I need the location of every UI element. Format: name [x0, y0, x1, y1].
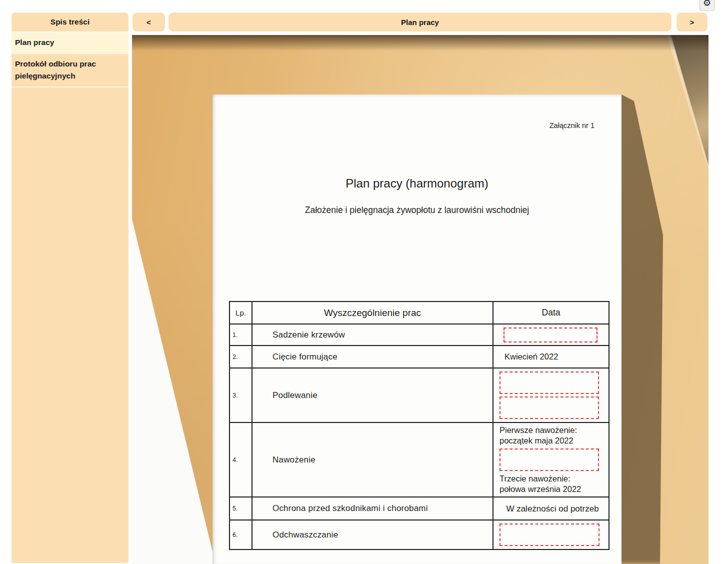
- date-cell: [493, 520, 609, 550]
- task-name: Nawożenie: [252, 422, 493, 497]
- table-row: 2.Cięcie formująceKwiecień 2022: [230, 346, 609, 368]
- date-text: Trzecie nawożenie: połowa września 2022: [500, 474, 606, 494]
- answer-placeholder-box[interactable]: [500, 448, 599, 471]
- photo-top-shadow: [132, 35, 708, 51]
- date-cell: W zależności od potrzeb: [493, 497, 609, 520]
- table-row: 6.Odchwaszczanie: [230, 520, 609, 550]
- previous-page-button[interactable]: <: [132, 12, 165, 32]
- date-text: W zależności od potrzeb: [500, 504, 606, 514]
- row-number: 3.: [230, 368, 252, 422]
- gear-icon: ⚙: [703, 0, 711, 8]
- annex-label: Załącznik nr 1: [550, 122, 594, 130]
- settings-button[interactable]: ⚙: [700, 0, 714, 11]
- table-of-contents: Spis treści Plan pracy Protokół odbioru …: [12, 12, 128, 563]
- date-cell: [493, 324, 609, 346]
- row-number: 4.: [230, 422, 252, 497]
- table-row: 3.Podlewanie: [230, 368, 609, 422]
- table-header-row: Lp. Wyszczególnienie prac Data: [230, 302, 609, 324]
- row-number: 5.: [230, 497, 252, 520]
- header-date: Data: [493, 302, 609, 324]
- header-task: Wyszczególnienie prac: [252, 302, 493, 324]
- answer-placeholder-box[interactable]: [500, 396, 599, 419]
- document-page: Załącznik nr 1 Plan pracy (harmonogram) …: [212, 94, 622, 564]
- row-number: 1.: [230, 324, 252, 346]
- task-name: Podlewanie: [252, 368, 493, 422]
- document-title: Plan pracy (harmonogram): [212, 176, 622, 190]
- page-title-bar: Plan pracy: [168, 12, 672, 32]
- worksheet-viewer: ⚙ Spis treści Plan pracy Protokół odbior…: [0, 0, 728, 564]
- sidebar-item-protokol-odbioru[interactable]: Protokół odbioru prac pielęgnacyjnych: [12, 53, 128, 88]
- chevron-left-icon: <: [146, 18, 151, 26]
- page-title: Plan pracy: [401, 18, 439, 26]
- toc-title: Spis treści: [12, 12, 128, 32]
- sidebar-item-label: Protokół odbioru prac pielęgnacyjnych: [15, 60, 96, 80]
- date-text: Pierwsze nawożenie: początek maja 2022: [500, 425, 606, 446]
- task-name: Ochrona przed szkodnikami i chorobami: [252, 497, 493, 520]
- document-subtitle: Założenie i pielęgnacja żywopłotu z laur…: [212, 205, 622, 216]
- chevron-right-icon: >: [690, 18, 694, 26]
- worksheet-photo: Załącznik nr 1 Plan pracy (harmonogram) …: [132, 35, 708, 564]
- table-row: 4.NawożeniePierwsze nawożenie: początek …: [230, 422, 609, 497]
- sidebar-item-label: Plan pracy: [15, 38, 54, 46]
- row-number: 2.: [230, 346, 252, 368]
- answer-placeholder-box[interactable]: [500, 524, 600, 546]
- task-name: Cięcie formujące: [252, 346, 493, 368]
- table-row: 5.Ochrona przed szkodnikami i chorobamiW…: [230, 497, 609, 520]
- answer-placeholder-box[interactable]: [500, 372, 599, 394]
- task-name: Odchwaszczanie: [252, 520, 493, 550]
- row-number: 6.: [230, 520, 252, 550]
- date-text: Kwiecień 2022: [500, 352, 606, 362]
- next-page-button[interactable]: >: [676, 12, 708, 32]
- date-cell: Kwiecień 2022: [493, 346, 609, 368]
- table-row: 1.Sadzenie krzewów: [230, 324, 609, 346]
- answer-placeholder-box[interactable]: [504, 328, 598, 342]
- sidebar-item-plan-pracy[interactable]: Plan pracy: [12, 32, 128, 53]
- date-cell: Pierwsze nawożenie: początek maja 2022Tr…: [493, 422, 609, 497]
- work-schedule-table: Lp. Wyszczególnienie prac Data 1.Sadzeni…: [229, 301, 610, 550]
- header-lp: Lp.: [230, 302, 252, 324]
- date-cell: [493, 368, 609, 422]
- task-name: Sadzenie krzewów: [252, 324, 493, 346]
